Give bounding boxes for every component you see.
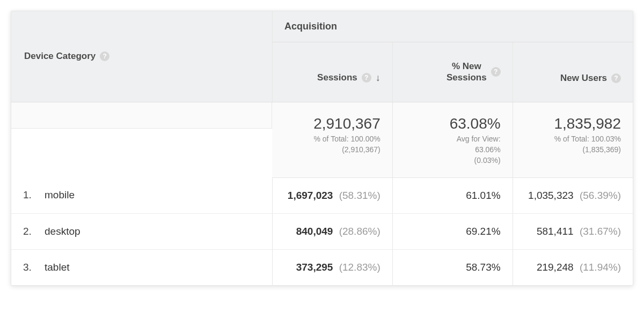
new-users-pct: (31.67%) <box>580 226 621 237</box>
acquisition-group-label: Acquisition <box>284 21 337 32</box>
row-index: 1. <box>23 189 35 201</box>
table-row[interactable]: 1. mobile 1,697,023 (58.31%) 61.01% 1,03… <box>11 177 633 213</box>
sessions-cell: 1,697,023 (58.31%) <box>272 177 392 213</box>
row-label: tablet <box>45 262 69 273</box>
sessions-cell: 373,295 (12.83%) <box>272 249 392 285</box>
new-users-value: 581,411 <box>537 226 574 237</box>
totals-new-users-sub2: (1,835,369) <box>525 145 621 154</box>
totals-new-users-sub1: % of Total: 100.03% <box>525 135 621 143</box>
sessions-value: 1,697,023 <box>288 190 333 201</box>
help-icon[interactable] <box>100 51 109 61</box>
new-users-cell: 581,411 (31.67%) <box>513 213 633 249</box>
sessions-cell: 840,049 (28.86%) <box>272 213 392 249</box>
totals-row: 2,910,367 % of Total: 100.00% (2,910,367… <box>11 102 633 177</box>
totals-pct-new-cell: 63.08% Avg for View: 63.06% (0.03%) <box>392 102 513 177</box>
dimension-cell: 1. mobile <box>11 177 272 213</box>
new-users-pct: (56.39%) <box>580 190 621 201</box>
sessions-pct: (12.83%) <box>339 262 380 273</box>
dimension-header[interactable]: Device Category <box>11 11 272 102</box>
totals-sessions-value: 2,910,367 <box>284 115 380 132</box>
sort-descending-icon: ↓ <box>376 72 380 84</box>
help-icon[interactable] <box>611 73 621 83</box>
totals-pct-new-value: 63.08% <box>405 115 501 132</box>
help-icon[interactable] <box>362 73 371 83</box>
totals-pct-new-sub3: (0.03%) <box>405 156 501 165</box>
analytics-table: Device Category Acquisition Sessions ↓ <box>11 11 633 285</box>
dimension-header-label: Device Category <box>24 51 96 62</box>
row-label: desktop <box>45 226 80 237</box>
sessions-pct: (58.31%) <box>339 190 380 201</box>
totals-dimension-cell <box>11 102 272 129</box>
sessions-column-header[interactable]: Sessions ↓ <box>272 42 392 102</box>
header-row-1: Device Category Acquisition <box>11 11 633 42</box>
sessions-pct: (28.86%) <box>339 226 380 237</box>
totals-new-users-cell: 1,835,982 % of Total: 100.03% (1,835,369… <box>513 102 633 177</box>
totals-sessions-sub2: (2,910,367) <box>284 145 380 154</box>
new-users-value: 219,248 <box>537 262 574 273</box>
totals-pct-new-sub2: 63.06% <box>405 145 501 154</box>
row-index: 2. <box>23 226 35 237</box>
pct-new-value: 58.73% <box>466 262 500 273</box>
row-label: mobile <box>45 189 75 201</box>
pct-new-cell: 69.21% <box>392 213 513 249</box>
pct-new-cell: 61.01% <box>392 177 513 213</box>
new-users-cell: 219,248 (11.94%) <box>513 249 633 285</box>
new-users-value: 1,035,323 <box>528 190 574 201</box>
sessions-header-label: Sessions <box>317 72 357 83</box>
sessions-value: 373,295 <box>296 262 333 273</box>
sessions-value: 840,049 <box>296 226 333 237</box>
table-row[interactable]: 2. desktop 840,049 (28.86%) 69.21% 581,4… <box>11 213 633 249</box>
totals-new-users-value: 1,835,982 <box>525 115 621 132</box>
pct-new-sessions-column-header[interactable]: % New Sessions <box>392 42 513 102</box>
acquisition-group-header: Acquisition <box>272 11 633 42</box>
row-index: 3. <box>23 262 35 273</box>
totals-sessions-cell: 2,910,367 % of Total: 100.00% (2,910,367… <box>272 102 392 177</box>
analytics-table-card: Device Category Acquisition Sessions ↓ <box>11 11 633 286</box>
totals-sessions-sub1: % of Total: 100.00% <box>284 135 380 143</box>
pct-new-value: 69.21% <box>466 226 500 237</box>
new-users-column-header[interactable]: New Users <box>513 42 633 102</box>
dimension-cell: 3. tablet <box>11 249 272 285</box>
table-row[interactable]: 3. tablet 373,295 (12.83%) 58.73% 219,24… <box>11 249 633 285</box>
help-icon[interactable] <box>491 67 501 77</box>
new-users-pct: (11.94%) <box>580 262 621 273</box>
pct-new-sessions-header-label: % New Sessions <box>447 61 487 84</box>
totals-pct-new-sub1: Avg for View: <box>405 135 501 143</box>
pct-new-cell: 58.73% <box>392 249 513 285</box>
dimension-cell: 2. desktop <box>11 213 272 249</box>
new-users-header-label: New Users <box>560 73 607 84</box>
new-users-cell: 1,035,323 (56.39%) <box>513 177 633 213</box>
pct-new-value: 61.01% <box>466 190 500 201</box>
